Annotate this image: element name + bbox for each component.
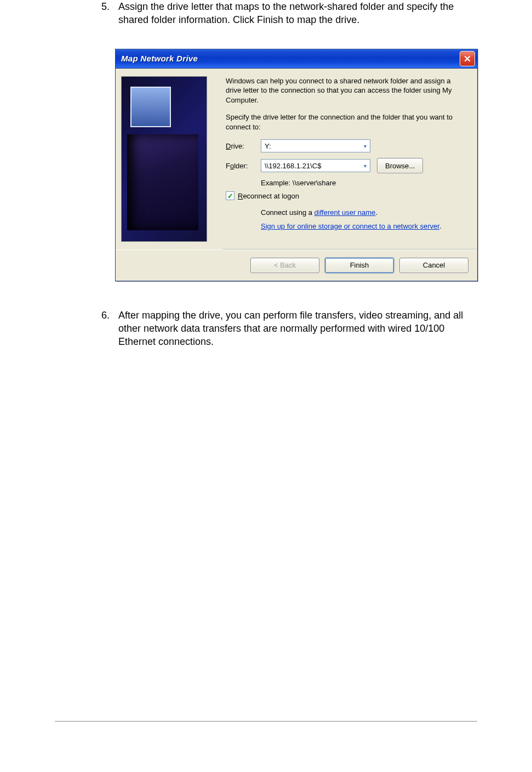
back-button: < Back	[250, 258, 319, 273]
instruction-step-6: 6. After mapping the drive, you can perf…	[55, 309, 477, 349]
cancel-label: Cancel	[423, 261, 445, 269]
browse-button[interactable]: Browse...	[377, 158, 423, 173]
step-number: 5.	[55, 0, 118, 27]
signup-link[interactable]: Sign up for online storage or connect to…	[261, 222, 439, 230]
specify-text: Specify the drive letter for the connect…	[226, 112, 467, 132]
reconnect-checkbox[interactable]: ✓	[226, 191, 234, 200]
different-user-link[interactable]: different user name	[314, 208, 376, 217]
instruction-step-5: 5. Assign the drive letter that maps to …	[55, 0, 477, 27]
dialog-footer: < Back Finish Cancel	[116, 249, 477, 281]
finish-label: Finish	[350, 261, 369, 269]
back-label: < Back	[274, 261, 296, 269]
window-title: Map Network Drive	[121, 54, 198, 63]
step-text: Assign the drive letter that maps to the…	[118, 0, 477, 27]
connect-pre: Connect using a	[261, 208, 314, 217]
reconnect-label: Reconnect at logon	[238, 192, 299, 200]
drive-value: Y:	[261, 142, 360, 150]
titlebar[interactable]: Map Network Drive	[116, 49, 477, 69]
folder-combobox[interactable]: \\192.168.1.21\C$ ▾	[261, 159, 370, 172]
browse-label: Browse...	[385, 162, 415, 170]
chevron-down-icon[interactable]: ▾	[360, 160, 370, 172]
folder-label: Folder:	[226, 162, 261, 170]
map-network-drive-dialog: Map Network Drive Windows can help you c…	[115, 49, 478, 281]
finish-button[interactable]: Finish	[325, 258, 394, 273]
chevron-down-icon[interactable]: ▾	[360, 140, 370, 152]
wizard-sidebar	[116, 69, 222, 249]
step-number: 6.	[55, 309, 118, 349]
intro-text: Windows can help you connect to a shared…	[226, 76, 467, 105]
wizard-graphic	[121, 76, 207, 242]
drive-label: Drive:	[226, 142, 261, 150]
different-user-row: Connect using a different user name.	[261, 208, 467, 218]
folder-value: \\192.168.1.21\C$	[261, 162, 360, 170]
step-text: After mapping the drive, you can perform…	[118, 309, 477, 349]
close-icon[interactable]	[460, 51, 475, 66]
drive-combobox[interactable]: Y: ▾	[261, 139, 370, 152]
example-text: Example: \\server\share	[261, 179, 467, 187]
cancel-button[interactable]: Cancel	[399, 258, 468, 273]
page-footer-rule	[55, 721, 477, 722]
